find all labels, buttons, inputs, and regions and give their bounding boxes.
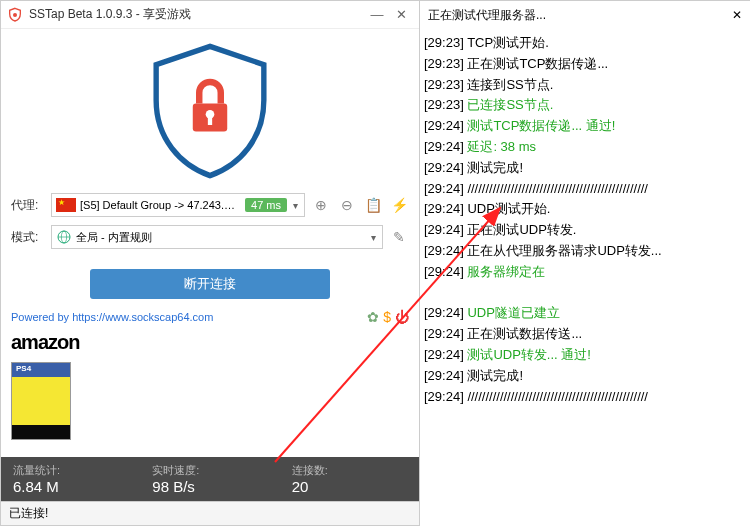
window-title: SSTap Beta 1.0.9.3 - 享受游戏: [29, 6, 365, 23]
proxy-text: [S5] Default Group -> 47.243.19...: [80, 199, 241, 211]
mode-dropdown[interactable]: 全局 - 内置规则 ▾: [51, 225, 383, 249]
log-line: [29:24] 正在测试数据传送...: [424, 324, 746, 345]
status-bar: 已连接!: [1, 501, 419, 525]
globe-icon: [56, 229, 72, 245]
log-body: [29:23] TCP测试开始.[29:23] 正在测试TCP数据传递...[2…: [420, 29, 750, 526]
log-line: [29:24] 测试UDP转发... 通过!: [424, 345, 746, 366]
flag-icon: [56, 198, 76, 212]
log-line: [29:24] 测试TCP数据传递... 通过!: [424, 116, 746, 137]
proxy-label: 代理:: [11, 197, 45, 214]
power-icon[interactable]: ⏻: [395, 309, 409, 325]
speed-value: 98 B/s: [152, 478, 267, 495]
chevron-down-icon: ▾: [291, 200, 300, 211]
traffic-value: 6.84 M: [13, 478, 128, 495]
conn-value: 20: [292, 478, 407, 495]
mode-text: 全局 - 内置规则: [76, 230, 365, 245]
svg-rect-3: [208, 116, 212, 125]
log-line: [29:24] ////////////////////////////////…: [424, 179, 746, 200]
proxy-dropdown[interactable]: [S5] Default Group -> 47.243.19... 47 ms…: [51, 193, 305, 217]
traffic-label: 流量统计:: [13, 463, 128, 478]
log-line: [29:23] 正在测试TCP数据传递...: [424, 54, 746, 75]
log-line: [29:24] 正在测试UDP转发.: [424, 220, 746, 241]
app-shield-icon: [7, 7, 23, 23]
log-line: [29:24] 延迟: 38 ms: [424, 137, 746, 158]
minimize-button[interactable]: —: [365, 7, 389, 22]
log-line: [29:24] UDP测试开始.: [424, 199, 746, 220]
log-line: [29:23] 连接到SS节点.: [424, 75, 746, 96]
chevron-down-icon: ▾: [369, 232, 378, 243]
remove-proxy-button[interactable]: ⊖: [337, 195, 357, 215]
log-close-button[interactable]: ✕: [732, 8, 742, 22]
log-line: [29:24] UDP隧道已建立: [424, 303, 746, 324]
powered-by-link[interactable]: Powered by https://www.sockscap64.com: [11, 311, 367, 323]
speed-label: 实时速度:: [152, 463, 267, 478]
close-button[interactable]: ✕: [389, 7, 413, 22]
log-line: [29:23] 已连接SS节点.: [424, 95, 746, 116]
sponsor-logo[interactable]: amazon: [11, 331, 79, 353]
edit-proxy-button[interactable]: 📋: [363, 195, 383, 215]
log-line: [29:24] 服务器绑定在: [424, 262, 746, 283]
log-line: [29:24] ////////////////////////////////…: [424, 387, 746, 408]
log-line: [29:24] 测试完成!: [424, 366, 746, 387]
svg-point-0: [13, 13, 17, 17]
stats-bar: 流量统计: 6.84 M 实时速度: 98 B/s 连接数: 20: [1, 457, 419, 501]
conn-label: 连接数:: [292, 463, 407, 478]
game-cover-image[interactable]: [11, 362, 71, 440]
log-line: [29:24] 正在从代理服务器请求UDP转发...: [424, 241, 746, 262]
donate-icon[interactable]: $: [383, 309, 391, 325]
log-line: [29:23] TCP测试开始.: [424, 33, 746, 54]
log-line: [424, 283, 746, 304]
connect-button[interactable]: 断开连接: [90, 269, 330, 299]
log-line: [29:24] 测试完成!: [424, 158, 746, 179]
shield-logo: [145, 41, 275, 181]
latency-badge: 47 ms: [245, 198, 287, 212]
refresh-proxy-button[interactable]: ⚡: [389, 195, 409, 215]
edit-mode-button[interactable]: ✎: [389, 227, 409, 247]
log-window-title: 正在测试代理服务器...: [428, 7, 732, 24]
mode-label: 模式:: [11, 229, 45, 246]
settings-icon[interactable]: ✿: [367, 309, 379, 325]
add-proxy-button[interactable]: ⊕: [311, 195, 331, 215]
